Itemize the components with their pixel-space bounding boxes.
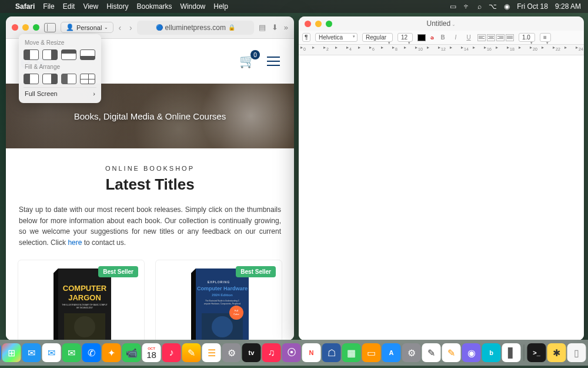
dock-app[interactable]: ⚙ <box>222 343 241 362</box>
back-button[interactable]: ‹ <box>118 23 121 32</box>
fill-quarters[interactable] <box>80 74 95 84</box>
dock-calendar[interactable]: OCT18 <box>142 343 161 362</box>
more-icon[interactable]: » <box>284 23 288 32</box>
fill-right[interactable] <box>42 74 58 84</box>
clear-style-icon[interactable]: a̶ <box>430 34 434 41</box>
contact-link[interactable]: here <box>68 238 82 247</box>
dock-app[interactable]: ✎ <box>442 343 461 362</box>
dock-app[interactable]: ✦ <box>102 343 121 362</box>
dock-app[interactable]: ♪ <box>162 343 181 362</box>
book-card[interactable]: Best Seller COMPUTER JARGON THE ILLUSTRA… <box>18 260 145 340</box>
size-picker[interactable]: 12 <box>397 33 413 42</box>
menu-window[interactable]: Window <box>181 2 206 11</box>
dock-app[interactable]: ⊞ <box>2 343 21 362</box>
tile-bottom[interactable] <box>80 49 95 60</box>
forward-button[interactable]: › <box>129 23 132 32</box>
zoom-button[interactable] <box>33 24 39 31</box>
window-tiling-popover: Move & Resize Fill & Arrange Full Screen… <box>19 34 101 103</box>
close-button[interactable] <box>12 24 18 31</box>
fullscreen-item[interactable]: Full Screen › <box>24 87 96 100</box>
align-center[interactable] <box>487 34 495 41</box>
control-center-icon[interactable]: ⌥ <box>489 2 497 11</box>
tile-right[interactable] <box>42 49 58 60</box>
reader-icon[interactable]: ▤ <box>259 23 266 32</box>
menu-help[interactable]: Help <box>213 2 228 11</box>
address-bar[interactable]: 🔵 elluminetpress.com 🔒 <box>137 21 254 35</box>
dock-app[interactable]: ▋ <box>502 343 521 362</box>
style-picker[interactable]: ¶ <box>302 33 310 42</box>
dock-app[interactable]: ⚙ <box>402 343 421 362</box>
siri-icon[interactable]: ◉ <box>504 2 510 11</box>
downloads-icon[interactable]: ⬇ <box>272 23 278 32</box>
profile-picker[interactable]: 👤 Personal ⌄ <box>61 22 113 33</box>
tile-top[interactable] <box>61 49 76 60</box>
text-color-picker[interactable] <box>417 34 426 41</box>
dock-app[interactable]: ✎ <box>182 343 201 362</box>
section-heading: Latest Titles <box>19 175 281 194</box>
dock-app[interactable]: A <box>382 343 401 362</box>
bestseller-badge: Best Seller <box>236 266 276 277</box>
menu-edit[interactable]: Edit <box>63 2 75 11</box>
person-icon: 👤 <box>66 24 74 31</box>
dock-app[interactable]: ▭ <box>362 343 381 362</box>
align-right[interactable] <box>496 34 505 41</box>
align-left[interactable] <box>477 34 486 41</box>
dock-app[interactable]: ▦ <box>342 343 361 362</box>
close-button[interactable] <box>305 21 311 27</box>
cart-button[interactable]: 🛒0 <box>239 54 255 69</box>
menu-history[interactable]: History <box>106 2 128 11</box>
minimize-button[interactable] <box>22 24 29 31</box>
text-area[interactable] <box>299 55 584 340</box>
bold-button[interactable]: B <box>439 34 447 41</box>
search-icon[interactable]: ⌕ <box>477 2 482 11</box>
font-picker[interactable]: Helvetica <box>315 33 358 42</box>
dock-app[interactable]: ♫ <box>262 343 281 362</box>
battery-icon[interactable]: ▭ <box>450 2 456 11</box>
dock-app[interactable]: ☖ <box>322 343 341 362</box>
dock-app[interactable]: ✉ <box>62 343 81 362</box>
dock-app[interactable]: ◉ <box>462 343 481 362</box>
list-picker[interactable]: ≡ <box>540 33 551 42</box>
app-name[interactable]: Safari <box>15 2 35 11</box>
ruler[interactable]: ▸0▸▸2▸▸4▸▸6▸▸8▸▸10▸▸12▸▸14▸▸16▸▸18▸▸20▸▸… <box>299 45 584 55</box>
zoom-button[interactable] <box>326 21 332 27</box>
fill-left[interactable] <box>24 74 39 84</box>
url-text: elluminetpress.com <box>165 24 226 32</box>
dock-app[interactable]: ✉ <box>42 343 61 362</box>
dock-app[interactable]: b <box>482 343 501 362</box>
dock-app[interactable]: >_ <box>527 343 546 362</box>
menubar-date[interactable]: Fri Oct 18 <box>517 2 548 11</box>
dock-app[interactable]: ✱ <box>547 343 566 362</box>
wifi-icon[interactable]: ᯤ <box>463 2 470 11</box>
spacing-picker[interactable]: 1.0 <box>519 33 535 42</box>
dock-app[interactable]: ▯ <box>567 343 586 362</box>
fullscreen-label: Full Screen <box>25 90 58 97</box>
tile-left[interactable] <box>24 49 39 60</box>
menu-file[interactable]: File <box>43 2 54 11</box>
menu-bookmarks[interactable]: Bookmarks <box>137 2 172 11</box>
sidebar-toggle-icon[interactable] <box>44 23 56 32</box>
dock-app[interactable]: ☰ <box>202 343 221 362</box>
dock-app[interactable]: ✎ <box>422 343 441 362</box>
menu-button[interactable] <box>267 57 280 66</box>
underline-button[interactable]: U <box>465 34 473 41</box>
chevron-right-icon: › <box>93 90 95 97</box>
minimize-button[interactable] <box>315 21 322 27</box>
book-card[interactable]: Best Seller EXPLORING Computer Hardware … <box>155 260 282 340</box>
fill-left-quarter[interactable] <box>61 74 76 84</box>
menubar-time[interactable]: 9:28 AM <box>555 2 581 11</box>
italic-button[interactable]: I <box>452 34 460 41</box>
menu-view[interactable]: View <box>83 2 98 11</box>
dock-app[interactable]: ✆ <box>82 343 101 362</box>
svg-text:THE ILLUSTRATED GLOSSARY OF BA: THE ILLUSTRATED GLOSSARY OF BASIC COMPUT <box>62 304 107 306</box>
weight-picker[interactable]: Regular <box>362 33 393 42</box>
dock-app[interactable]: tv <box>242 343 261 362</box>
dock-app[interactable]: ⦿ <box>282 343 301 362</box>
dock-app[interactable]: 📹 <box>122 343 141 362</box>
dock-app[interactable]: ☻ <box>0 343 1 362</box>
dock-app[interactable]: ✉ <box>22 343 41 362</box>
dock-app[interactable]: N <box>302 343 321 362</box>
popover-section-fill: Fill & Arrange <box>24 62 96 72</box>
align-justify[interactable] <box>506 34 514 41</box>
svg-marker-10 <box>191 268 196 340</box>
